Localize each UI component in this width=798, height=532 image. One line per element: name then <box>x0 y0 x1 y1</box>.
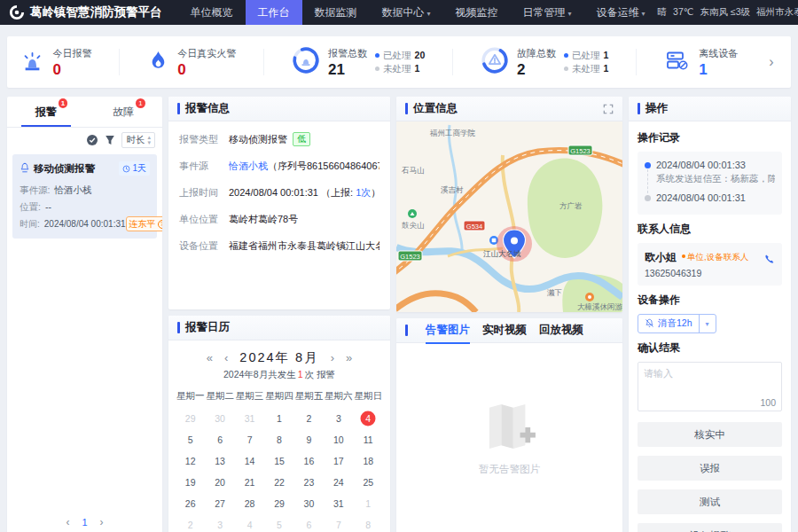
divider <box>636 49 637 75</box>
next-page-button[interactable]: › <box>100 516 104 528</box>
calendar-day[interactable]: 5 <box>176 429 205 450</box>
calendar-day[interactable]: 1 <box>354 493 383 514</box>
menu-item-workbench[interactable]: 工作台 <box>246 0 302 25</box>
panel-title: 报警信息 <box>185 101 230 116</box>
mute-button-group[interactable]: 消音12h ▾ <box>638 314 716 333</box>
stat-value: 21 <box>328 62 367 78</box>
calendar-day[interactable]: 29 <box>264 493 293 514</box>
calendar-day[interactable]: 6 <box>205 429 234 450</box>
calendar-weekday: 星期三 <box>235 387 264 408</box>
prev-year-button[interactable]: « <box>207 351 213 364</box>
calendar-day[interactable]: 9 <box>294 429 324 450</box>
sort-select[interactable]: 时长 ▴▾ <box>121 132 155 148</box>
fullscreen-icon[interactable] <box>603 104 614 114</box>
tab-alarms[interactable]: 报警1 <box>7 97 85 127</box>
calendar-day[interactable]: 13 <box>205 450 234 472</box>
calendar-day[interactable]: 2 <box>176 514 205 532</box>
map-label: 福州工商学院 <box>429 129 476 137</box>
calendar-weekday: 星期二 <box>205 387 234 408</box>
calendar-day[interactable]: 24 <box>324 472 353 493</box>
next-month-button[interactable]: › <box>331 351 334 364</box>
calendar-day[interactable]: 21 <box>235 472 264 493</box>
calendar-weekday: 星期六 <box>324 387 353 408</box>
calendar-day[interactable]: 4 <box>354 408 383 429</box>
map-label: 鼓尖山 <box>402 221 425 230</box>
false-alarm-button[interactable]: 误报 <box>638 456 782 481</box>
assignee-tag[interactable]: 连东平 ? <box>126 216 162 231</box>
filter-icon[interactable] <box>104 134 116 146</box>
menu-item-daily-manage[interactable]: 日常管理▾ <box>511 0 584 25</box>
tab-alarm-images[interactable]: 告警图片 <box>426 318 470 343</box>
calendar-day[interactable]: 17 <box>324 450 353 472</box>
confirm-all-icon[interactable] <box>86 134 98 146</box>
calendar-day[interactable]: 25 <box>354 472 383 493</box>
calendar-day[interactable]: 1 <box>264 408 293 429</box>
calendar-day[interactable]: 22 <box>264 472 293 493</box>
calendar-day[interactable]: 30 <box>294 493 324 514</box>
calendar-day[interactable]: 2 <box>294 408 324 429</box>
calendar-day[interactable]: 28 <box>235 493 264 514</box>
calendar-day[interactable]: 14 <box>235 450 264 472</box>
calendar-day[interactable]: 29 <box>176 408 205 429</box>
calendar-day[interactable]: 19 <box>176 472 205 493</box>
calendar-day[interactable]: 23 <box>294 472 324 493</box>
calendar-day[interactable]: 20 <box>205 472 234 493</box>
calendar-day[interactable]: 8 <box>354 514 383 532</box>
menu-item-video-monitor[interactable]: 视频监控 <box>443 0 511 25</box>
siren-icon <box>20 49 44 76</box>
unit-location: 葛岭村葛岭78号 <box>229 210 298 229</box>
page-number[interactable]: 1 <box>82 517 87 528</box>
calendar-day[interactable]: 10 <box>324 429 353 450</box>
calendar-day[interactable]: 27 <box>205 493 234 514</box>
confirm-result-title: 确认结果 <box>638 340 782 356</box>
calendar-day[interactable]: 15 <box>264 450 293 472</box>
alarm-type-value: 移动侦测报警低 <box>229 130 310 149</box>
calendar-day[interactable]: 12 <box>176 450 205 472</box>
stat-today-alarms: 今日报警0 <box>20 47 91 78</box>
calendar-day[interactable]: 7 <box>235 429 264 450</box>
calendar-day[interactable]: 3 <box>205 514 234 532</box>
calendar-day[interactable]: 8 <box>264 429 293 450</box>
stats-more-chevron[interactable]: › <box>765 54 777 70</box>
chevron-down-icon: ▾ <box>427 10 431 18</box>
calendar-day[interactable]: 6 <box>294 514 324 532</box>
calendar-day[interactable]: 7 <box>324 514 353 532</box>
divider <box>263 49 264 75</box>
tab-live-video[interactable]: 实时视频 <box>482 318 527 343</box>
device-alarm-button[interactable]: 设备报警 <box>638 523 782 532</box>
mute-dropdown-caret[interactable]: ▾ <box>699 315 716 332</box>
next-year-button[interactable]: » <box>346 351 352 364</box>
calendar-day[interactable]: 3 <box>324 408 353 429</box>
tab-playback-video[interactable]: 回放视频 <box>539 318 583 343</box>
calendar-day[interactable]: 26 <box>176 493 205 514</box>
menu-item-unit-overview[interactable]: 单位概览 <box>178 0 246 25</box>
calendar-day[interactable]: 31 <box>324 493 353 514</box>
operation-record-title: 操作记录 <box>638 130 782 145</box>
menu-item-device-ops[interactable]: 设备运维▾ <box>584 0 658 25</box>
pagination: ‹ 1 › <box>7 509 162 532</box>
map[interactable]: G1523 G534 G1523 福州工商学院 石马山 溪吉村 鼓尖山 方广岩 … <box>396 121 622 312</box>
stat-value: 2 <box>517 62 556 78</box>
tab-faults[interactable]: 故障1 <box>85 97 163 127</box>
calendar-day[interactable]: 16 <box>294 450 324 472</box>
contact-name: 欧小姐 <box>645 250 677 265</box>
source-link[interactable]: 恰酒小栈 <box>229 160 268 171</box>
verify-in-progress-button[interactable]: 核实中 <box>638 422 782 447</box>
alarm-list-item[interactable]: 移动侦测报警 1天 事件源:恰酒小栈 位置:-- 时间: 2024/08/04 … <box>12 154 157 239</box>
menu-item-data-monitor[interactable]: 数据监测 <box>302 0 370 25</box>
menu-item-data-center[interactable]: 数据中心▾ <box>370 0 443 25</box>
header-accent <box>405 325 408 336</box>
prev-page-button[interactable]: ‹ <box>66 516 69 528</box>
test-button[interactable]: 测试 <box>638 489 782 514</box>
calendar-day[interactable]: 30 <box>205 408 234 429</box>
calendar-day[interactable]: 11 <box>354 429 383 450</box>
chevron-down-icon: ▾ <box>642 10 645 18</box>
calendar-day[interactable]: 5 <box>264 514 293 532</box>
calendar-day[interactable]: 4 <box>235 514 264 532</box>
calendar-day[interactable]: 31 <box>235 408 264 429</box>
prev-month-button[interactable]: ‹ <box>224 351 228 364</box>
calendar-day[interactable]: 18 <box>354 450 383 472</box>
report-count[interactable]: 1次 <box>356 187 371 198</box>
call-icon[interactable] <box>763 254 775 267</box>
empty-state-text: 暂无告警图片 <box>479 463 540 476</box>
